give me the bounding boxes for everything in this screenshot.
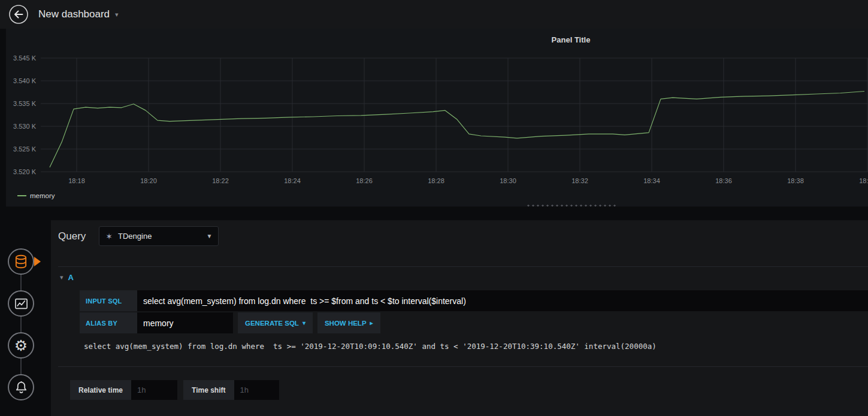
generated-sql-text: select avg(mem_system) from log.dn where… [84,342,868,351]
svg-text:18:28: 18:28 [428,177,444,184]
datasource-name: TDengine [118,232,152,241]
collapse-caret-icon[interactable]: ▾ [60,274,63,281]
svg-text:18:34: 18:34 [643,177,660,184]
divider [58,266,868,267]
alias-by-label: ALIAS BY [80,312,137,333]
legend-item-memory[interactable]: memory [17,192,55,199]
datasource-picker[interactable]: ✶ TDengine ▼ [99,226,219,246]
svg-text:3.530 K: 3.530 K [13,123,37,130]
svg-text:3.520 K: 3.520 K [13,168,37,175]
query-row-a: ▾ A [60,273,868,282]
svg-text:3.535 K: 3.535 K [13,100,37,107]
horizontal-scrollbar[interactable] [526,204,616,207]
chevron-down-icon: ▾ [115,11,119,19]
legend-swatch [17,195,26,196]
time-shift-field[interactable] [234,380,279,400]
arrow-left-icon [15,11,23,18]
tab-visualization[interactable] [8,290,34,317]
input-sql-label: INPUT SQL [80,290,137,311]
svg-text:3.540 K: 3.540 K [13,77,37,84]
chart-icon [14,296,29,311]
svg-text:18:24: 18:24 [284,177,301,184]
input-sql-row: INPUT SQL [80,290,868,311]
tdengine-icon: ✶ [105,232,113,241]
grafana-app: New dashboard ▾ Panel Title 3.520 K3.525… [0,0,868,416]
timeseries-chart[interactable]: 3.520 K3.525 K3.530 K3.535 K3.540 K3.545… [6,29,868,207]
bell-icon [14,380,29,395]
query-section-heading: Query [58,230,86,242]
svg-text:3.545 K: 3.545 K [13,54,37,62]
query-header: Query ✶ TDengine ▼ [58,226,861,246]
svg-text:18:38: 18:38 [787,177,804,184]
show-help-label: SHOW HELP [325,320,367,327]
tab-alert[interactable] [8,374,34,400]
time-options-row: Relative time Time shift [70,380,868,400]
chevron-down-icon: ▼ [206,233,212,239]
svg-text:18:20: 18:20 [140,177,157,184]
show-help-button[interactable]: SHOW HELP ▸ [317,312,380,333]
tab-general[interactable]: ⚙ [8,332,34,359]
database-icon [13,254,29,269]
svg-text:18:40: 18:40 [859,177,868,184]
legend-label: memory [30,192,55,199]
query-ref-id: A [68,273,74,282]
query-editor-panel: Query ✶ TDengine ▼ ▾ A INPUT SQL ALIAS B [51,220,868,416]
alias-by-row: ALIAS BY GENERATE SQL ▾ SHOW HELP ▸ [80,312,868,333]
divider [58,366,868,367]
relative-time-field[interactable] [131,380,177,400]
gear-icon: ⚙ [14,338,28,353]
svg-text:18:26: 18:26 [356,177,373,184]
panel-edit-area: ⚙ Query ✶ TDengine ▼ [0,211,868,416]
time-shift-label: Time shift [183,380,234,400]
dashboard-title-dropdown[interactable]: New dashboard ▾ [38,8,119,20]
svg-text:18:32: 18:32 [571,177,588,184]
svg-text:18:30: 18:30 [500,177,516,184]
chevron-right-icon: ▸ [370,320,373,326]
tab-queries[interactable] [8,248,34,275]
chevron-down-icon: ▾ [303,320,306,326]
alias-by-field[interactable] [137,312,233,333]
dashboard-title: New dashboard [38,8,110,20]
svg-text:18:36: 18:36 [715,177,732,184]
generate-sql-button[interactable]: GENERATE SQL ▾ [238,312,313,333]
input-sql-field[interactable] [137,290,868,311]
svg-text:18:18: 18:18 [68,177,85,184]
query-fields: INPUT SQL ALIAS BY GENERATE SQL ▾ SHOW H… [80,290,868,333]
edit-tab-rail: ⚙ [0,211,51,416]
generate-sql-label: GENERATE SQL [245,320,299,327]
svg-text:3.525 K: 3.525 K [13,145,37,153]
graph-panel: Panel Title 3.520 K3.525 K3.530 K3.535 K… [6,29,868,207]
relative-time-label: Relative time [70,380,131,400]
back-button[interactable] [8,4,29,25]
svg-text:18:22: 18:22 [212,177,229,184]
top-bar: New dashboard ▾ [0,0,868,29]
